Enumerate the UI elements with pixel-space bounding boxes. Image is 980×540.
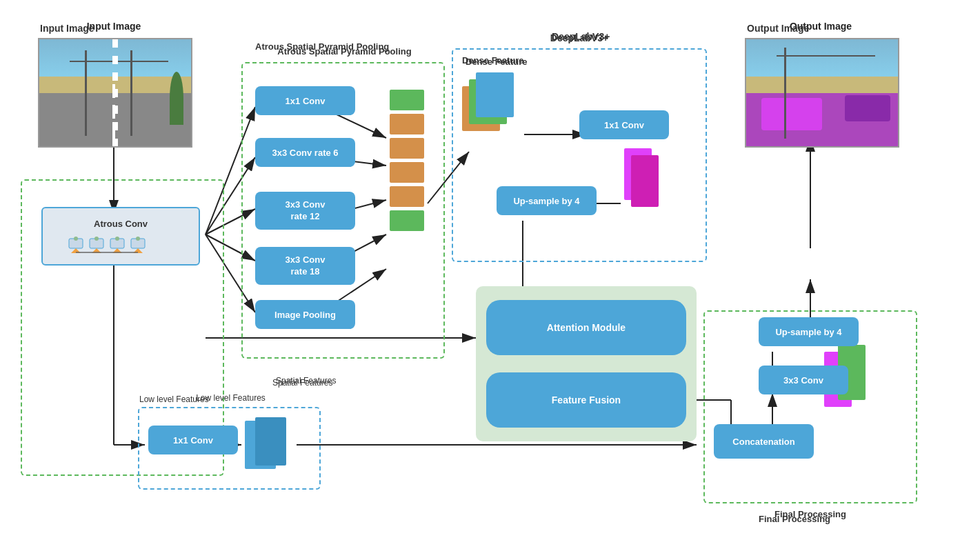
svg-rect-53 [476,72,514,117]
svg-rect-57 [255,417,286,466]
low-level-feature-block [245,417,293,472]
low-level-1x1-conv[interactable]: 1x1 Conv [148,426,238,454]
atrous-conv-box: Atrous Conv [41,207,200,266]
svg-rect-47 [390,138,424,159]
conv-1x1-button[interactable]: 1x1 Conv [255,86,355,115]
aspp-feature-blocks [386,90,431,241]
concatenation-button[interactable]: Concatenation [714,424,814,459]
svg-rect-50 [390,210,424,231]
upsample4-2-button[interactable]: Up-sample by 4 [759,317,859,346]
svg-rect-48 [390,162,424,183]
conv-3x3-final-button[interactable]: 3x3 Conv [759,366,848,394]
deeplabv3-1x1-conv[interactable]: 1x1 Conv [579,110,669,139]
conv-3x3-r12-button[interactable]: 3x3 Convrate 12 [255,192,355,230]
output-image [745,38,899,148]
svg-rect-46 [390,114,424,134]
svg-point-44 [136,237,140,241]
atrous-conv-label: Atrous Conv [94,219,148,229]
svg-rect-45 [390,90,424,110]
atrous-conv-visual [66,233,176,254]
svg-point-43 [115,237,119,241]
attention-module-button[interactable]: Attention Module [486,300,686,355]
diagram-container: Input Image Atrous Conv [0,0,980,540]
output-road-image [746,39,898,146]
svg-point-41 [74,237,78,241]
dense-feature-block [462,72,524,141]
dense-feature-title-static: Dense Feature [466,57,528,67]
pink-feature-block [621,148,662,210]
conv-3x3-r18-button[interactable]: 3x3 Convrate 18 [255,247,355,285]
svg-rect-55 [631,155,659,207]
spatial-features-static: Spatial Features [272,378,332,388]
low-level-features-static: Low level Features [139,394,209,404]
aspp-title-static: Atrous Spatial Pyramid Pooling [255,41,389,52]
input-image-static: Input Image [40,23,94,34]
feature-fusion-button[interactable]: Feature Fusion [486,372,686,428]
deeplabv3-title-static: DeepLabV3+ [552,31,610,42]
svg-rect-49 [390,186,424,207]
svg-point-42 [94,237,99,241]
road-image [39,39,191,146]
upsample4-1-button[interactable]: Up-sample by 4 [497,186,597,215]
output-image-static: Output Image [747,23,809,34]
input-image [38,38,192,148]
conv-3x3-r6-button[interactable]: 3x3 Conv rate 6 [255,138,355,167]
image-pooling-button[interactable]: Image Pooling [255,300,355,329]
final-processing-static: Final Processing [759,514,830,524]
